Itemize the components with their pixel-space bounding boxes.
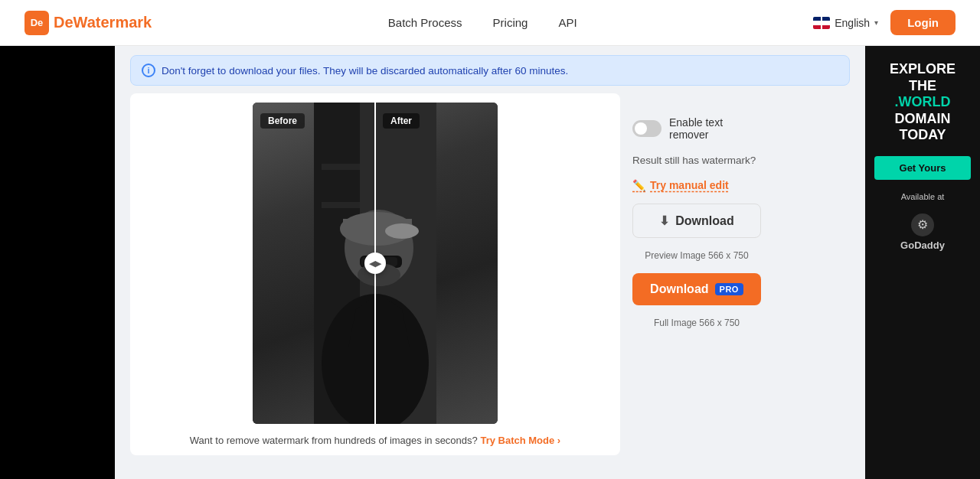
logo[interactable]: De DeWatermark [24, 11, 152, 35]
full-size-text: Full Image 566 x 750 [632, 318, 761, 328]
ad-available-text: Available at [901, 192, 945, 201]
language-label: English [835, 17, 870, 29]
banner-text: Don't forget to download your files. The… [162, 65, 568, 77]
watermark-question-text: Result still has watermark? [632, 155, 756, 166]
header: De DeWatermark Batch Process Pricing API… [0, 0, 980, 46]
header-right: English ▾ Login [813, 10, 956, 35]
ad-line1: EXPLORE [890, 61, 956, 78]
try-batch-mode-link[interactable]: Try Batch Mode › [480, 435, 560, 446]
main-content: i Don't forget to download your files. T… [0, 46, 980, 479]
login-button[interactable]: Login [890, 10, 956, 35]
godaddy-logo: ⚙ GoDaddy [900, 213, 945, 251]
controls-panel: Enable text remover Result still has wat… [620, 93, 773, 328]
ad-panel: EXPLORE THE .WORLD DOMAIN TODAY Get Your… [865, 46, 980, 479]
ad-line3: DOMAIN [890, 111, 956, 128]
before-label: Before [260, 113, 305, 129]
download-pro-button[interactable]: Download PRO [632, 273, 761, 305]
image-section: PRO Before [115, 93, 865, 479]
nav-batch-process[interactable]: Batch Process [388, 16, 462, 29]
logo-text: DeWatermark [54, 14, 152, 31]
manual-edit-link[interactable]: ✏️ Try manual edit [632, 179, 761, 191]
person-svg-before [253, 103, 375, 424]
svg-rect-3 [322, 202, 360, 208]
chevron-down-icon: ▾ [874, 18, 878, 27]
flag-icon [813, 17, 830, 29]
before-image: PRO [253, 103, 375, 424]
svg-point-21 [385, 223, 419, 239]
svg-rect-7 [343, 219, 375, 234]
godaddy-text: GoDaddy [900, 240, 945, 251]
toggle-row: Enable text remover [632, 116, 761, 141]
after-label: After [383, 113, 420, 129]
center-area: i Don't forget to download your files. T… [115, 46, 865, 479]
logo-icon: De [24, 11, 49, 35]
manual-edit-label: Try manual edit [650, 179, 729, 191]
text-remover-toggle[interactable] [632, 120, 662, 137]
info-banner: i Don't forget to download your files. T… [130, 55, 850, 86]
godaddy-icon: ⚙ [911, 213, 934, 236]
watermark-question: Result still has watermark? [632, 153, 761, 167]
info-icon: i [142, 64, 155, 77]
preview-size-text: Preview Image 566 x 750 [632, 250, 761, 261]
svg-rect-2 [322, 164, 360, 170]
divider-handle[interactable]: ◀▶ [364, 253, 386, 274]
nav-pricing[interactable]: Pricing [493, 16, 528, 29]
language-selector[interactable]: English ▾ [813, 17, 878, 29]
bottom-text: Want to remove watermark from hundreds o… [190, 435, 560, 446]
after-half: After [375, 103, 498, 424]
download-pro-label: Download [650, 282, 708, 296]
ad-get-yours-button[interactable]: Get Yours [874, 156, 971, 180]
download-free-label: Download [675, 214, 733, 228]
image-compare[interactable]: PRO Before [253, 103, 498, 424]
edit-icon: ✏️ [632, 179, 645, 191]
download-free-button[interactable]: ⬇ Download [632, 204, 761, 238]
pro-badge: PRO [715, 283, 743, 295]
before-half: PRO Before [253, 103, 375, 424]
ad-title: EXPLORE THE .WORLD DOMAIN TODAY [890, 61, 956, 144]
ad-world-text: .WORLD [890, 94, 956, 111]
ad-line4: TODAY [890, 127, 956, 144]
batch-text: Want to remove watermark from hundreds o… [190, 435, 478, 446]
left-panel [0, 46, 115, 479]
image-compare-wrap: PRO Before [130, 93, 620, 455]
after-image [375, 103, 498, 424]
after-inner [375, 103, 498, 424]
ad-line2: THE [890, 78, 956, 95]
person-svg-after [375, 103, 498, 424]
toggle-label: Enable text remover [669, 116, 761, 141]
main-nav: Batch Process Pricing API [388, 16, 577, 29]
download-free-icon: ⬇ [659, 213, 669, 228]
nav-api[interactable]: API [558, 16, 577, 29]
